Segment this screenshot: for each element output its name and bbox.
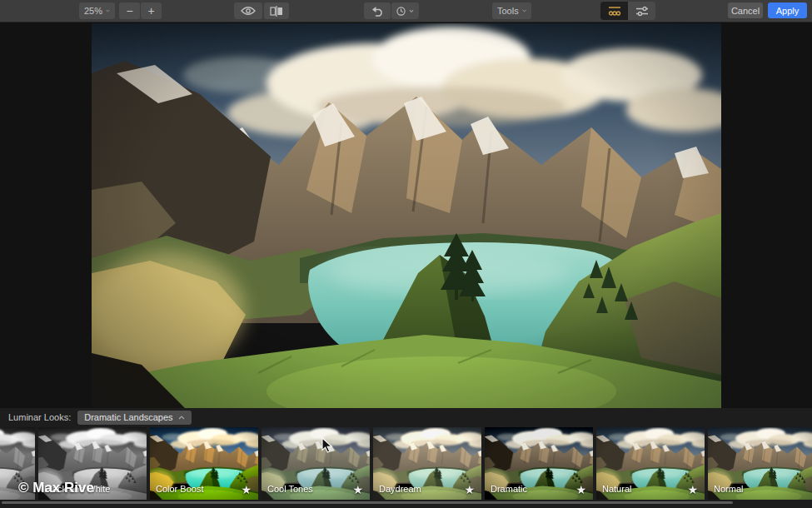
undo-button[interactable] [364, 2, 391, 19]
split-compare-icon [270, 6, 283, 17]
sliders-icon [635, 5, 650, 17]
look-thumbnail-dramatic[interactable]: Dramatic ★ [485, 427, 593, 500]
chevron-up-icon [178, 416, 185, 420]
chevron-down-icon [106, 8, 110, 13]
apply-button[interactable]: Apply [768, 2, 807, 18]
looks-filmstrip: Black and White Color Boost ★ Cool Tones… [0, 427, 812, 500]
star-icon[interactable]: ★ [464, 483, 475, 496]
zoom-in-button[interactable]: + [141, 2, 162, 19]
editor-canvas[interactable] [0, 22, 812, 408]
looks-header: Luminar Looks: Dramatic Landscapes [0, 408, 812, 426]
tools-dropdown-button[interactable]: Tools [492, 2, 531, 19]
look-thumbnail-normal[interactable]: Normal [708, 427, 812, 500]
star-icon[interactable]: ★ [241, 483, 252, 496]
main-photo [92, 23, 721, 408]
looks-collection-value: Dramatic Landscapes [84, 412, 172, 422]
eye-icon [241, 6, 256, 16]
top-toolbar: 25% − + Tools [0, 0, 812, 22]
look-preview [708, 427, 812, 500]
undo-arrow-icon [371, 6, 384, 17]
looks-filmstrip-icon [607, 5, 622, 17]
star-icon[interactable]: ★ [575, 483, 586, 496]
history-dropdown-button[interactable] [391, 2, 419, 19]
chevron-down-icon [409, 9, 414, 13]
filmstrip-scrollbar[interactable] [2, 501, 733, 504]
panel-toggle-group [600, 2, 655, 20]
filters-panel-toggle[interactable] [628, 2, 655, 20]
zoom-level-dropdown[interactable]: 25% [79, 2, 115, 19]
preview-toggle-button[interactable] [234, 2, 262, 19]
luminar-looks-panel: Luminar Looks: Dramatic Landscapes Black… [0, 408, 812, 508]
tools-label: Tools [497, 6, 519, 16]
zoom-out-button[interactable]: − [119, 2, 140, 19]
compare-before-after-button[interactable] [264, 2, 289, 19]
looks-panel-label: Luminar Looks: [8, 412, 71, 422]
star-icon[interactable]: ★ [352, 483, 363, 496]
looks-collection-dropdown[interactable]: Dramatic Landscapes [77, 411, 191, 425]
look-thumbnail-cool-tones[interactable]: Cool Tones ★ [262, 427, 370, 500]
clock-icon [396, 6, 406, 17]
watermark-text: © Max Rive [18, 480, 94, 496]
looks-panel-toggle[interactable] [600, 2, 628, 20]
look-thumbnail-daydream[interactable]: Daydream ★ [373, 427, 481, 500]
zoom-level-value: 25% [84, 6, 102, 16]
plus-icon: + [147, 4, 154, 17]
look-thumbnail-color-boost[interactable]: Color Boost ★ [150, 427, 258, 500]
minus-icon: − [126, 4, 132, 17]
chevron-down-icon [522, 8, 526, 13]
look-thumbnail-natural[interactable]: Natural ★ [596, 427, 705, 500]
cancel-button[interactable]: Cancel [728, 2, 763, 18]
star-icon[interactable]: ★ [687, 483, 698, 496]
